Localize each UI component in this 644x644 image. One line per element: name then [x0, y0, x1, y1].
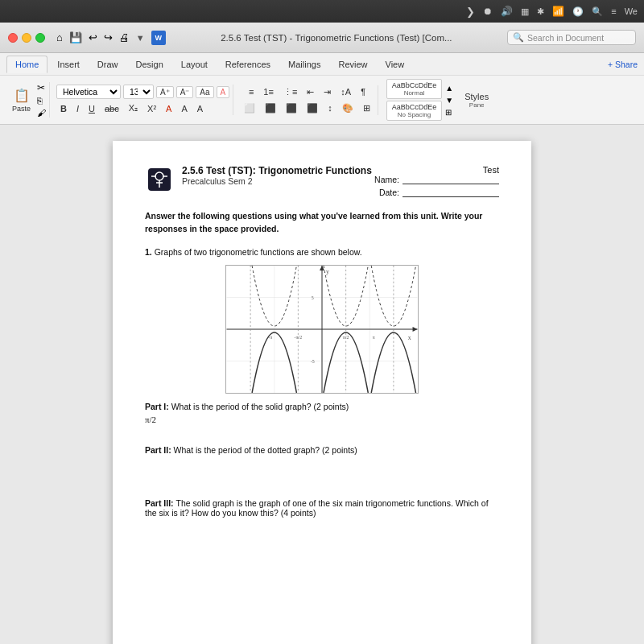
tab-design[interactable]: Design — [128, 56, 171, 72]
font-size-select[interactable]: 13.5 — [123, 85, 154, 99]
svg-text:-π/2: -π/2 — [295, 334, 303, 339]
test-label: Test — [483, 165, 499, 175]
date-label: Date: — [379, 188, 399, 197]
subscript-button[interactable]: X₂ — [125, 101, 142, 115]
clear-format-button[interactable]: A — [193, 102, 207, 115]
share-button[interactable]: + Share — [608, 60, 638, 69]
home-icon[interactable]: ⌂ — [56, 31, 63, 43]
style-nospace-label: No Spacing — [392, 111, 437, 118]
part-I-answer: π/2 — [145, 415, 499, 429]
print-icon[interactable]: 🖨 — [119, 31, 130, 43]
superscript-button[interactable]: X² — [143, 102, 160, 115]
styles-scroll-down-icon[interactable]: ▼ — [445, 96, 453, 105]
font-shrink-button[interactable]: A⁻ — [176, 86, 194, 98]
question-1-text: Graphs of two trigonometric functions ar… — [155, 247, 362, 257]
ribbon-tabs: Home Insert Draw Design Layout Reference… — [0, 53, 644, 76]
multilevel-button[interactable]: ⋮≡ — [279, 85, 301, 99]
format-painter-icon[interactable]: 🖌 — [37, 108, 46, 118]
align-center-button[interactable]: ⬛ — [261, 101, 280, 115]
change-case-button[interactable]: Aa — [196, 86, 213, 98]
mac-icon-we: We — [625, 6, 638, 16]
undo-icon[interactable]: ↩ — [89, 31, 97, 43]
svg-text:y: y — [326, 267, 329, 275]
tab-home[interactable]: Home — [6, 56, 47, 73]
line-spacing-button[interactable]: ↕ — [324, 101, 336, 114]
mac-icon-play: ⏺ — [483, 6, 493, 17]
part-II-answer — [145, 458, 499, 482]
style-normal[interactable]: AaBbCcDdEe Normal — [386, 79, 443, 99]
tab-draw[interactable]: Draw — [89, 56, 126, 72]
tab-layout[interactable]: Layout — [173, 56, 216, 72]
maximize-button[interactable] — [35, 33, 45, 43]
graph-svg: x y -π -π/2 π/2 π 5 -5 — [226, 266, 418, 393]
svg-text:5: 5 — [312, 295, 314, 300]
traffic-lights — [8, 33, 45, 43]
paste-icon: 📋 — [14, 88, 30, 103]
titlebar: ⌂ 💾 ↩ ↪ 🖨 ▼ W 2.5.6 Test (TST) - Trigono… — [0, 23, 644, 53]
italic-button[interactable]: I — [72, 102, 83, 115]
ribbon: Home Insert Draw Design Layout Reference… — [0, 53, 644, 125]
question-1: 1. Graphs of two trigonometric functions… — [145, 247, 499, 257]
bold-button[interactable]: B — [56, 102, 71, 115]
instructions-text: Answer the following questions using wha… — [145, 211, 482, 233]
minimize-button[interactable] — [22, 33, 31, 43]
font-family-select[interactable]: Helvetica — [56, 85, 121, 99]
part-II-label: Part II: What is the period of the dotte… — [145, 445, 499, 455]
doc-subtitle: Precalculus Sem 2 — [182, 176, 374, 186]
cut-icon[interactable]: ✂ — [37, 82, 46, 93]
tab-references[interactable]: References — [217, 56, 279, 72]
close-button[interactable] — [8, 33, 18, 43]
styles-pane-icon[interactable]: Styles — [464, 92, 489, 101]
styles-pane-label: Pane — [469, 101, 485, 109]
part-I-bold: Part I: — [145, 402, 171, 411]
font-color-button[interactable]: A — [162, 102, 175, 115]
mac-icon-bt: ✱ — [537, 6, 544, 17]
indent-increase-button[interactable]: ⇥ — [320, 85, 335, 99]
align-right-button[interactable]: ⬛ — [282, 101, 301, 115]
style-nospace-preview: AaBbCcDdEe — [392, 103, 437, 111]
tab-view[interactable]: View — [378, 56, 413, 72]
font-row1: Helvetica 13.5 A⁺ A⁻ Aa A — [56, 85, 229, 99]
text-effects-button[interactable]: A — [217, 86, 230, 98]
show-marks-button[interactable]: ¶ — [357, 85, 369, 98]
align-left-button[interactable]: ⬜ — [240, 101, 259, 115]
style-normal-preview: AaBbCcDdEe — [392, 81, 437, 89]
paste-label: Paste — [12, 105, 31, 113]
tab-insert[interactable]: Insert — [49, 56, 88, 72]
shading-button[interactable]: 🎨 — [338, 101, 357, 115]
sort-button[interactable]: ↕A — [336, 85, 355, 98]
part-III-label: Part III: The solid graph is the graph o… — [145, 498, 499, 518]
svg-text:x: x — [408, 333, 411, 341]
part-III-bold: Part III: — [145, 498, 176, 508]
doc-logo — [145, 165, 174, 194]
part-II-text: What is the period of the dotted graph? … — [174, 445, 357, 455]
svg-text:π/2: π/2 — [343, 334, 349, 339]
underline-button[interactable]: U — [85, 102, 99, 115]
question-1-number: 1. — [145, 247, 152, 257]
copy-icon[interactable]: ⎘ — [37, 96, 46, 105]
redo-icon[interactable]: ↪ — [104, 31, 113, 43]
mac-icon-chevron: ❯ — [466, 6, 475, 18]
styles-expand-icon[interactable]: ⊞ — [445, 108, 453, 117]
bullets-button[interactable]: ≡ — [245, 85, 258, 98]
style-nospace[interactable]: AaBbCcDdEe No Spacing — [386, 101, 443, 121]
tab-review[interactable]: Review — [330, 56, 375, 72]
strikethrough-button[interactable]: abc — [101, 102, 123, 115]
tab-mailings[interactable]: Mailings — [280, 56, 328, 72]
paste-button[interactable]: 📋 Paste — [8, 85, 35, 114]
titlebar-search[interactable]: 🔍 Search in Document — [507, 30, 636, 45]
search-icon: 🔍 — [513, 32, 524, 43]
numbering-button[interactable]: 1≡ — [259, 85, 278, 98]
save-icon[interactable]: 💾 — [69, 31, 82, 43]
justify-button[interactable]: ⬛ — [303, 101, 322, 115]
search-placeholder: Search in Document — [527, 33, 604, 43]
highlight-button[interactable]: A — [177, 102, 191, 115]
mac-icon-menu: ≡ — [611, 6, 616, 16]
styles-pane-section: Styles Pane — [461, 92, 492, 109]
mac-icon-clock: 🕐 — [572, 6, 584, 17]
borders-button[interactable]: ⊞ — [359, 101, 374, 115]
paragraph-section: ≡ 1≡ ⋮≡ ⇤ ⇥ ↕A ¶ ⬜ ⬛ ⬛ ⬛ ↕ 🎨 ⊞ — [237, 85, 378, 115]
styles-scroll-up-icon[interactable]: ▲ — [445, 84, 453, 93]
indent-decrease-button[interactable]: ⇤ — [303, 85, 318, 99]
font-grow-button[interactable]: A⁺ — [156, 86, 174, 98]
